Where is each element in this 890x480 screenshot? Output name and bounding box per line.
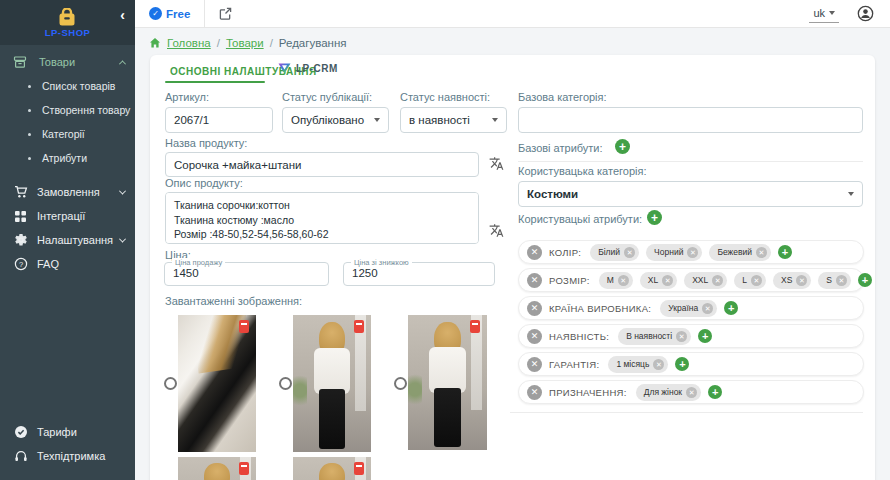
sidebar-item-support[interactable]: Техпідтримка xyxy=(0,444,135,468)
remove-value-icon[interactable]: ✕ xyxy=(687,247,698,258)
products-submenu: Список товарівСтворення товаруКатегоріїА… xyxy=(0,74,135,170)
sidebar-subitem-categories[interactable]: Категорії xyxy=(0,122,135,146)
product-name-input[interactable]: Сорочка +майка+штани xyxy=(165,152,479,177)
remove-attribute-icon[interactable]: ✕ xyxy=(527,329,542,344)
stock-status-select[interactable]: в наявності xyxy=(400,107,507,133)
remove-value-icon[interactable]: ✕ xyxy=(702,303,713,314)
sidebar-subitem-product-create[interactable]: Створення товару xyxy=(0,98,135,122)
main-image-radio-3[interactable] xyxy=(394,377,407,390)
translate-icon[interactable] xyxy=(489,156,504,175)
remove-attribute-icon[interactable]: ✕ xyxy=(527,385,542,400)
chip-label: В наявності xyxy=(626,331,672,341)
delete-image-icon[interactable] xyxy=(354,320,364,333)
remove-value-icon[interactable]: ✕ xyxy=(796,275,807,286)
cart-icon xyxy=(13,185,28,199)
remove-value-icon[interactable]: ✕ xyxy=(712,275,723,286)
discount-price-input[interactable]: Ціна зі знижкою 1250 xyxy=(343,262,495,286)
delete-image-icon[interactable] xyxy=(470,320,480,333)
sidebar-sections: ЗамовленняІнтеграціїНалаштування?FAQ xyxy=(0,180,135,276)
remove-value-icon[interactable]: ✕ xyxy=(686,387,697,398)
sidebar-item-integrations[interactable]: Інтеграції xyxy=(0,204,135,228)
attribute-name: КОЛІР: xyxy=(549,247,581,258)
chevron-down-icon xyxy=(119,187,126,194)
remove-attribute-icon[interactable]: ✕ xyxy=(527,245,542,260)
delete-image-icon[interactable] xyxy=(239,462,249,475)
sidebar-item-faq[interactable]: ?FAQ xyxy=(0,252,135,276)
sidebar-item-tariffs[interactable]: Тарифи xyxy=(0,420,135,444)
language-select[interactable]: uk xyxy=(809,5,839,23)
user-avatar[interactable] xyxy=(857,5,874,22)
attribute-value-chip: В наявності✕ xyxy=(618,328,691,345)
add-value-button[interactable]: + xyxy=(778,245,792,259)
plan-badge[interactable]: ✓ Free xyxy=(149,7,190,20)
remove-attribute-icon[interactable]: ✕ xyxy=(527,357,542,372)
add-value-button[interactable]: + xyxy=(724,301,738,315)
description-textarea[interactable]: Тканина сорочки:коттон Тканина костюму :… xyxy=(165,192,479,244)
add-base-attribute-button[interactable]: + xyxy=(615,139,630,154)
remove-attribute-icon[interactable]: ✕ xyxy=(527,301,542,316)
remove-value-icon[interactable]: ✕ xyxy=(756,247,767,258)
base-category-input[interactable] xyxy=(518,107,863,133)
sku-input[interactable]: 2067/1 xyxy=(165,107,273,133)
publish-status-select[interactable]: Опубліковано xyxy=(282,107,389,133)
sidebar-collapse-icon[interactable]: ‹ xyxy=(120,8,125,22)
remove-value-icon[interactable]: ✕ xyxy=(836,275,847,286)
remove-value-icon[interactable]: ✕ xyxy=(751,275,762,286)
delete-image-icon[interactable] xyxy=(239,320,249,333)
bullet-icon xyxy=(28,133,31,136)
add-value-button[interactable]: + xyxy=(698,329,712,343)
attribute-value-chip: XL✕ xyxy=(640,272,677,289)
breadcrumb-link-home[interactable]: Головна xyxy=(167,37,211,49)
product-image-2[interactable] xyxy=(293,315,371,452)
price-value: 1450 xyxy=(173,267,199,279)
sidebar-item-settings[interactable]: Налаштування xyxy=(0,228,135,252)
product-image-3[interactable] xyxy=(408,315,487,450)
topbar: ✓ Free uk xyxy=(135,0,890,28)
tab-lp-crm[interactable]: LP-CRM xyxy=(278,63,338,74)
attribute-row: ✕КРАЇНА ВИРОБНИКА:Україна✕+ xyxy=(518,296,864,320)
attribute-value-chip: Бежевий✕ xyxy=(709,244,771,261)
chevron-down-icon xyxy=(492,118,498,122)
chip-label: Для жінок xyxy=(644,387,682,397)
translate-icon[interactable] xyxy=(489,223,504,242)
open-shop-external-link-icon[interactable] xyxy=(219,7,232,20)
add-value-button[interactable]: + xyxy=(858,273,872,287)
sidebar-item-label: Інтеграції xyxy=(37,210,125,222)
add-custom-attribute-button[interactable]: + xyxy=(647,210,662,225)
remove-value-icon[interactable]: ✕ xyxy=(662,275,673,286)
product-image-5[interactable] xyxy=(293,457,371,480)
main-image-radio-2[interactable] xyxy=(279,377,292,390)
attribute-row: ✕ГАРАНТІЯ:1 місяць✕+ xyxy=(518,352,864,376)
product-image-1[interactable] xyxy=(178,315,256,452)
discount-price-value: 1250 xyxy=(352,267,378,279)
custom-category-select[interactable]: Костюми xyxy=(518,181,863,207)
attribute-value-chip: 1 місяць✕ xyxy=(608,356,668,373)
main-image-radio-1[interactable] xyxy=(164,377,177,390)
sidebar-item-orders[interactable]: Замовлення xyxy=(0,180,135,204)
breadcrumb-link-products[interactable]: Товари xyxy=(226,37,264,49)
sidebar-item-label: Товари xyxy=(39,56,120,68)
attribute-value-chip: Білий✕ xyxy=(590,244,639,261)
remove-attribute-icon[interactable]: ✕ xyxy=(527,273,542,288)
remove-value-icon[interactable]: ✕ xyxy=(653,359,664,370)
remove-value-icon[interactable]: ✕ xyxy=(624,247,635,258)
home-icon[interactable] xyxy=(149,37,161,49)
app-logo-text: LP-SHOP xyxy=(45,27,91,38)
sidebar-subitem-label: Атрибути xyxy=(42,152,87,164)
add-value-button[interactable]: + xyxy=(708,385,722,399)
add-value-button[interactable]: + xyxy=(675,357,689,371)
chip-label: Чорний xyxy=(654,247,683,257)
stock-status-label: Статус наявності: xyxy=(400,91,490,103)
bullet-icon xyxy=(28,157,31,160)
price-input[interactable]: Ціна продажу 1450 xyxy=(164,262,329,286)
sidebar-bottom: ТарифиТехпідтримка xyxy=(0,420,135,468)
sidebar-subitem-product-list[interactable]: Список товарів xyxy=(0,74,135,98)
delete-image-icon[interactable] xyxy=(354,462,364,475)
remove-value-icon[interactable]: ✕ xyxy=(618,275,629,286)
sidebar-item-products[interactable]: Товари xyxy=(0,50,135,74)
app-logo[interactable]: LP-SHOP xyxy=(45,8,91,38)
sidebar-subitem-attributes[interactable]: Атрибути xyxy=(0,146,135,170)
remove-value-icon[interactable]: ✕ xyxy=(676,331,687,342)
sku-value: 2067/1 xyxy=(174,114,209,126)
product-image-4[interactable] xyxy=(178,457,256,480)
